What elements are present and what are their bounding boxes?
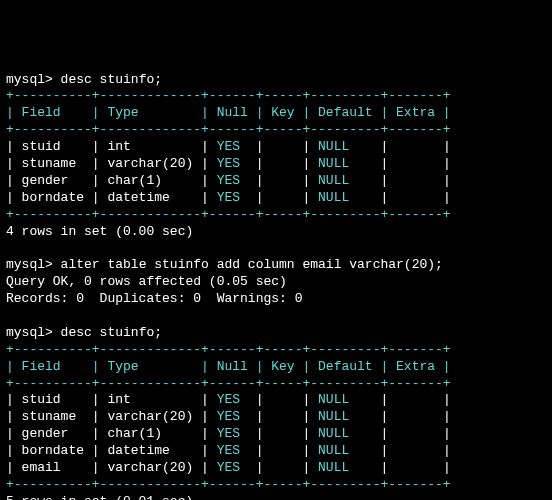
table-border: +----------+-------------+------+-----+-…	[6, 122, 451, 137]
default-value: NULL	[318, 409, 349, 424]
default-value: NULL	[318, 139, 349, 154]
mysql-prompt: mysql>	[6, 72, 53, 87]
null-value: YES	[217, 190, 240, 205]
table-border: +----------+-------------+------+-----+-…	[6, 207, 451, 222]
table-header: | Field | Type | Null | Key | Default | …	[6, 359, 451, 374]
table-cell: | |	[349, 190, 450, 205]
table-border: +----------+-------------+------+-----+-…	[6, 477, 451, 492]
null-value: YES	[217, 173, 240, 188]
null-value: YES	[217, 392, 240, 407]
default-value: NULL	[318, 173, 349, 188]
result-summary: 5 rows in set (0.01 sec)	[6, 494, 193, 500]
table-cell: | |	[349, 173, 450, 188]
table-cell: | |	[240, 139, 318, 154]
table-border: +----------+-------------+------+-----+-…	[6, 376, 451, 391]
default-value: NULL	[318, 392, 349, 407]
table-cell: | |	[240, 426, 318, 441]
command-alter: alter table stuinfo add column email var…	[53, 257, 443, 272]
null-value: YES	[217, 443, 240, 458]
table-cell: | |	[349, 156, 450, 171]
table-cell: | |	[240, 173, 318, 188]
null-value: YES	[217, 156, 240, 171]
null-value: YES	[217, 426, 240, 441]
table-row: | borndate | datetime |	[6, 190, 217, 205]
table-cell: | |	[349, 460, 450, 475]
null-value: YES	[217, 139, 240, 154]
null-value: YES	[217, 460, 240, 475]
table-cell: | |	[240, 460, 318, 475]
default-value: NULL	[318, 443, 349, 458]
table-cell: | |	[240, 190, 318, 205]
table-row: | email | varchar(20) |	[6, 460, 217, 475]
table-cell: | |	[240, 156, 318, 171]
table-cell: | |	[240, 392, 318, 407]
table-border: +----------+-------------+------+-----+-…	[6, 88, 451, 103]
table-row: | gender | char(1) |	[6, 426, 217, 441]
table-cell: | |	[240, 409, 318, 424]
default-value: NULL	[318, 460, 349, 475]
command-desc-1: desc stuinfo;	[53, 72, 162, 87]
mysql-prompt: mysql>	[6, 257, 53, 272]
table-row: | stuname | varchar(20) |	[6, 409, 217, 424]
records-info: Records: 0 Duplicates: 0 Warnings: 0	[6, 291, 302, 306]
table-cell: | |	[349, 392, 450, 407]
table-border: +----------+-------------+------+-----+-…	[6, 342, 451, 357]
table-header: | Field | Type | Null | Key | Default | …	[6, 105, 451, 120]
mysql-prompt: mysql>	[6, 325, 53, 340]
table-row: | stuname | varchar(20) |	[6, 156, 217, 171]
table-row: | gender | char(1) |	[6, 173, 217, 188]
table-row: | borndate | datetime |	[6, 443, 217, 458]
table-cell: | |	[349, 426, 450, 441]
table-cell: | |	[349, 139, 450, 154]
table-cell: | |	[240, 443, 318, 458]
table-row: | stuid | int |	[6, 139, 217, 154]
table-cell: | |	[349, 409, 450, 424]
query-ok: Query OK, 0 rows affected (0.05 sec)	[6, 274, 287, 289]
null-value: YES	[217, 409, 240, 424]
command-desc-2: desc stuinfo;	[53, 325, 162, 340]
default-value: NULL	[318, 426, 349, 441]
default-value: NULL	[318, 156, 349, 171]
default-value: NULL	[318, 190, 349, 205]
table-row: | stuid | int |	[6, 392, 217, 407]
result-summary: 4 rows in set (0.00 sec)	[6, 224, 193, 239]
table-cell: | |	[349, 443, 450, 458]
